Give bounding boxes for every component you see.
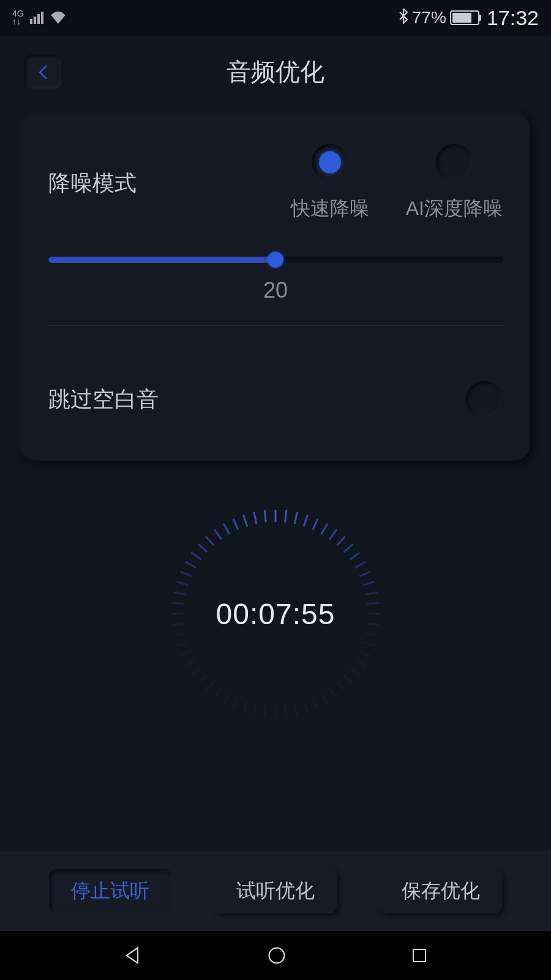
svg-line-37 <box>206 682 214 691</box>
svg-line-7 <box>337 537 345 546</box>
nav-home-button[interactable] <box>266 945 287 966</box>
svg-line-49 <box>181 571 192 576</box>
svg-line-34 <box>233 698 238 709</box>
svg-line-46 <box>172 603 184 604</box>
noise-slider-section: 20 <box>48 257 503 303</box>
svg-line-48 <box>176 581 188 585</box>
svg-line-31 <box>264 705 266 717</box>
radio-ai-noise[interactable]: AI深度降噪 <box>406 144 503 222</box>
settings-card: 降噪模式 快速降噪 AI深度降噪 20 跳过空白音 <box>21 113 530 461</box>
radio-ai-label: AI深度降噪 <box>406 195 503 222</box>
status-bar: 4G ↑↓ 77% 17:32 <box>0 0 551 36</box>
stop-preview-button[interactable]: 停止试听 <box>49 869 171 913</box>
svg-line-58 <box>254 512 257 524</box>
svg-line-20 <box>355 660 365 666</box>
back-button[interactable] <box>24 55 61 89</box>
status-left: 4G ↑↓ <box>12 9 67 27</box>
svg-line-9 <box>350 552 359 560</box>
svg-line-24 <box>329 688 337 698</box>
svg-line-32 <box>254 704 257 716</box>
svg-line-18 <box>363 642 375 646</box>
svg-line-35 <box>223 693 230 704</box>
android-nav-bar <box>0 931 551 980</box>
noise-mode-radio-group: 快速降噪 AI深度降噪 <box>291 144 503 222</box>
chevron-left-icon <box>35 64 51 80</box>
slider-value: 20 <box>48 277 503 303</box>
svg-line-50 <box>186 562 196 568</box>
svg-line-21 <box>350 668 359 675</box>
svg-line-6 <box>329 529 337 539</box>
svg-line-8 <box>343 544 353 552</box>
nav-recent-button[interactable] <box>410 946 429 965</box>
radio-icon <box>312 144 348 181</box>
svg-line-12 <box>363 581 375 585</box>
signal-icon <box>30 12 43 24</box>
skip-silence-row: 跳过空白音 <box>48 381 503 418</box>
svg-line-51 <box>191 552 201 560</box>
radio-icon <box>436 144 473 181</box>
slider-thumb[interactable] <box>268 252 283 268</box>
svg-line-22 <box>343 675 353 683</box>
svg-line-33 <box>243 701 247 713</box>
svg-line-2 <box>294 512 297 524</box>
svg-line-28 <box>294 704 297 716</box>
skip-silence-label: 跳过空白音 <box>48 385 159 415</box>
svg-line-44 <box>172 624 184 625</box>
battery-percentage: 77% <box>412 8 446 28</box>
svg-line-55 <box>223 524 230 534</box>
header: 音频优化 <box>0 36 551 106</box>
svg-line-43 <box>174 633 186 635</box>
svg-line-29 <box>285 705 287 717</box>
preview-button[interactable]: 试听优化 <box>214 869 337 913</box>
svg-line-39 <box>191 668 201 675</box>
clock-time: 17:32 <box>487 6 539 30</box>
svg-line-26 <box>313 698 318 709</box>
player-dial-section: 00:07:55 <box>0 503 551 724</box>
svg-line-52 <box>198 544 208 552</box>
svg-line-1 <box>285 510 287 522</box>
player-dial: 00:07:55 <box>165 503 386 724</box>
battery-icon <box>450 10 479 25</box>
svg-line-13 <box>365 592 378 595</box>
svg-line-41 <box>181 651 192 656</box>
divider <box>48 325 503 326</box>
noise-mode-label: 降噪模式 <box>48 168 137 198</box>
wifi-icon <box>50 9 67 27</box>
save-button[interactable]: 保存优化 <box>380 869 502 913</box>
noise-slider[interactable] <box>48 257 503 263</box>
svg-line-11 <box>359 571 370 576</box>
svg-line-23 <box>337 682 345 691</box>
svg-line-53 <box>206 537 214 546</box>
svg-line-27 <box>304 701 307 713</box>
svg-line-17 <box>365 633 378 635</box>
svg-line-42 <box>176 642 188 646</box>
svg-line-47 <box>174 592 186 595</box>
svg-line-40 <box>186 660 196 666</box>
svg-line-19 <box>359 651 370 656</box>
svg-line-59 <box>264 510 266 522</box>
svg-line-57 <box>243 514 247 526</box>
svg-line-38 <box>198 675 208 683</box>
svg-line-16 <box>367 624 379 625</box>
status-right: 77% 17:32 <box>399 6 539 30</box>
slider-fill <box>48 257 276 263</box>
player-time: 00:07:55 <box>216 597 335 631</box>
bluetooth-icon <box>399 7 408 28</box>
noise-mode-row: 降噪模式 快速降噪 AI深度降噪 <box>48 144 503 222</box>
radio-fast-noise[interactable]: 快速降噪 <box>291 144 369 222</box>
bottom-action-bar: 停止试听 试听优化 保存优化 <box>0 851 551 931</box>
network-label: 4G ↑↓ <box>12 10 24 25</box>
svg-line-4 <box>313 519 318 530</box>
svg-line-36 <box>214 688 222 698</box>
page-title: 音频优化 <box>227 55 324 89</box>
svg-point-60 <box>269 948 285 963</box>
svg-line-5 <box>321 524 328 534</box>
skip-silence-toggle[interactable] <box>466 381 503 418</box>
svg-line-25 <box>321 693 328 704</box>
nav-back-button[interactable] <box>122 945 143 966</box>
svg-line-56 <box>233 519 238 530</box>
svg-line-3 <box>304 514 307 526</box>
svg-rect-61 <box>413 949 425 962</box>
svg-line-54 <box>214 529 222 539</box>
svg-line-10 <box>355 562 365 568</box>
